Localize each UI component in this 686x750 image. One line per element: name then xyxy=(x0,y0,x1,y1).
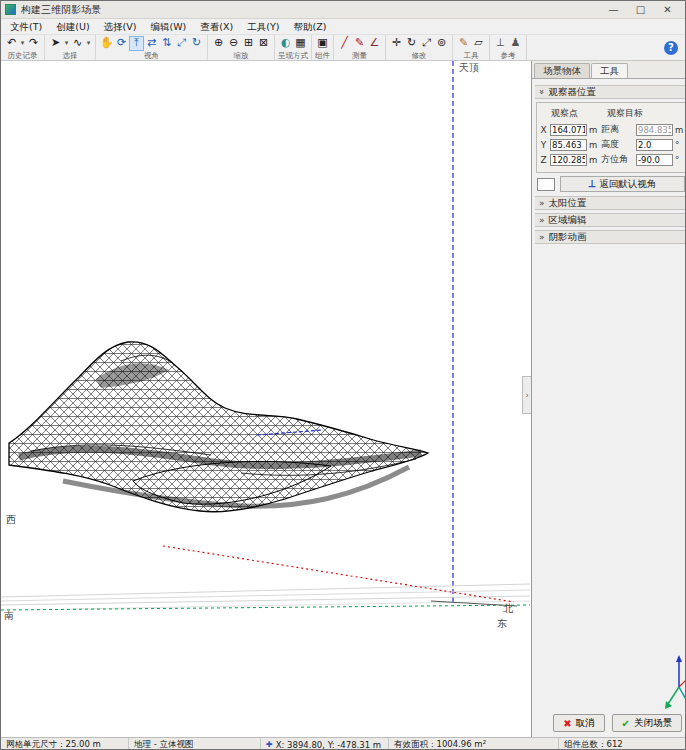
toolbar-group-label: 参考 xyxy=(493,51,523,61)
walk-icon[interactable]: ⤒ xyxy=(129,36,144,51)
north-label: 北 xyxy=(503,603,514,614)
turn-icon[interactable]: ↻ xyxy=(189,36,204,51)
zoom-extents-icon[interactable]: ⊠ xyxy=(256,36,271,51)
panel-collapse-button[interactable]: › xyxy=(522,376,531,414)
view-preview-swatch[interactable] xyxy=(537,178,555,191)
chevron-icon: » xyxy=(539,232,545,242)
status-effective-area: 有效面积：1004.96 m² xyxy=(389,738,559,750)
zenith-label: 天顶 xyxy=(459,62,479,73)
observer-y-input[interactable] xyxy=(550,139,587,151)
chevron-icon: » xyxy=(539,215,545,225)
distance-input[interactable] xyxy=(636,124,673,136)
undo-icon[interactable]: ↶ xyxy=(4,36,19,51)
unit-label: m xyxy=(675,125,683,135)
section-sun-position[interactable]: » 太阳位置 xyxy=(535,196,686,210)
close-scene-label: 关闭场景 xyxy=(634,717,672,730)
ground-line xyxy=(71,601,530,609)
ground-line xyxy=(1,584,530,597)
viewport-3d-scene: 天顶 西 南 xyxy=(1,61,531,737)
menu-item-help[interactable]: 帮助(Z) xyxy=(286,19,333,35)
observer-z-input[interactable] xyxy=(550,154,587,166)
dolly-icon[interactable]: ⤢ xyxy=(174,36,189,51)
close-button[interactable]: ✕ xyxy=(654,1,681,18)
pan-icon[interactable]: ⇄ xyxy=(144,36,159,51)
maximize-button[interactable]: □ xyxy=(627,1,654,18)
tab-tools[interactable]: 工具 xyxy=(591,63,628,78)
wireframe-view-icon[interactable]: ▦ xyxy=(293,36,308,51)
zoom-out-icon[interactable]: ⊖ xyxy=(226,36,241,51)
status-component-count: 组件总数：612 xyxy=(559,738,685,750)
orbit-icon[interactable]: ⟳ xyxy=(114,36,129,51)
section-region-edit[interactable]: » 区域编辑 xyxy=(535,213,686,227)
help-icon[interactable]: ? xyxy=(664,41,678,55)
observer-x-input[interactable] xyxy=(550,124,587,136)
tilt-icon[interactable]: ⇅ xyxy=(159,36,174,51)
eraser-icon[interactable]: ▱ xyxy=(471,36,486,51)
toolbar-group-label: 工具 xyxy=(456,51,486,61)
unit-label: m xyxy=(589,155,597,165)
protractor-icon[interactable]: ∠ xyxy=(367,36,382,51)
observer-point-header: 观察点 xyxy=(551,107,607,120)
rotate-icon[interactable]: ↻ xyxy=(404,36,419,51)
reset-view-button[interactable]: ⟂ 返回默认视角 xyxy=(560,176,685,192)
west-label: 西 xyxy=(6,514,16,525)
menu-item-file[interactable]: 文件(T) xyxy=(3,19,49,35)
section-title: 太阳位置 xyxy=(549,197,587,210)
close-scene-button[interactable]: ✔ 关闭场景 xyxy=(612,714,682,732)
freehand-select-icon[interactable]: ∿ xyxy=(70,36,85,51)
select-arrow-icon[interactable]: ➤ xyxy=(48,36,63,51)
move-icon[interactable]: ✛ xyxy=(389,36,404,51)
right-panel: 场景物体 工具 » 观察器位置 观察点 观察目标 X m xyxy=(532,61,686,737)
statusbar: 网格单元尺寸：25.00 m地理 - 立体视图✚X: 3894.80, Y: -… xyxy=(1,737,685,750)
pencil-icon[interactable]: ✎ xyxy=(456,36,471,51)
freehand-dropdown-icon[interactable]: ▾ xyxy=(85,36,92,51)
toolbar-group-label: 修改 xyxy=(389,51,449,61)
section-title: 区域编辑 xyxy=(549,214,587,227)
menu-item-create[interactable]: 创建(U) xyxy=(49,19,96,35)
cancel-label: 取消 xyxy=(576,717,595,730)
axes-ref-icon[interactable]: ⟂ xyxy=(493,36,508,51)
menu-item-select[interactable]: 选择(V) xyxy=(97,19,144,35)
panel-tabs: 场景物体 工具 xyxy=(532,61,686,79)
section-observer-position[interactable]: » 观察器位置 xyxy=(535,85,686,99)
height-input[interactable] xyxy=(636,139,673,151)
zoom-in-icon[interactable]: ⊕ xyxy=(211,36,226,51)
axis-cross-icon: ✚ xyxy=(266,740,273,749)
redo-icon[interactable]: ↷ xyxy=(26,36,41,51)
menu-item-tools[interactable]: 工具(Y) xyxy=(240,19,286,35)
azimuth-input[interactable] xyxy=(636,154,673,166)
scale-icon[interactable]: ⤢ xyxy=(419,36,434,51)
pan-hand-icon[interactable]: ✋ xyxy=(99,36,114,51)
observer-target-header: 观察目标 xyxy=(607,107,643,120)
section-title: 阴影动画 xyxy=(549,231,587,244)
reset-view-label: 返回默认视角 xyxy=(599,178,656,191)
toolbar-group-label: 缩放 xyxy=(211,51,271,61)
cancel-button[interactable]: ✖ 取消 xyxy=(553,714,604,732)
section-shadow-animation[interactable]: » 阴影动画 xyxy=(535,230,686,244)
undo-dropdown-icon[interactable]: ▾ xyxy=(19,36,26,51)
south-label: 南 xyxy=(4,610,14,621)
figure-icon[interactable]: ♟ xyxy=(508,36,523,51)
shaded-view-icon[interactable]: ◐ xyxy=(278,36,293,51)
status-cursor-coords: ✚X: 3894.80, Y: -478.31 m xyxy=(261,738,389,750)
ground-line xyxy=(1,596,530,605)
observer-position-form: 观察点 观察目标 X m 距离 m Y m xyxy=(536,102,686,173)
east-label: 东 xyxy=(497,618,507,629)
axis-label-z: Z xyxy=(539,155,548,165)
toolbar-group-label: 历史记录 xyxy=(4,51,41,61)
component-icon[interactable]: ▣ xyxy=(315,36,330,51)
select-dropdown-icon[interactable]: ▾ xyxy=(63,36,70,51)
offset-icon[interactable]: ⊚ xyxy=(434,36,449,51)
status-view-mode: 地理 - 立体视图 xyxy=(129,738,261,750)
tab-scene-objects[interactable]: 场景物体 xyxy=(534,63,590,78)
viewport-canvas[interactable]: 天顶 西 南 xyxy=(1,61,532,737)
zoom-window-icon[interactable]: ⊞ xyxy=(241,36,256,51)
dimension-icon[interactable]: ✎ xyxy=(352,36,367,51)
menu-item-view[interactable]: 查看(X) xyxy=(193,19,240,35)
chevron-icon: » xyxy=(537,89,547,95)
menu-item-edit[interactable]: 编辑(W) xyxy=(144,19,194,35)
measure-line-icon[interactable]: ╱ xyxy=(337,36,352,51)
toolbar-group-label: 测量 xyxy=(337,51,382,61)
minimize-button[interactable]: — xyxy=(600,1,627,18)
azimuth-label: 方位角 xyxy=(601,153,634,166)
